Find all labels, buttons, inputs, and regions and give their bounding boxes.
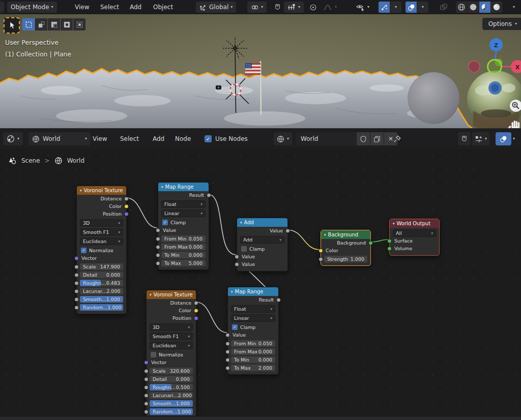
gizmo-neg-x[interactable]	[469, 61, 480, 72]
options-button[interactable]: Options ▾	[482, 18, 521, 30]
socket-position[interactable]	[194, 316, 198, 320]
socket-lacunarity[interactable]	[74, 289, 79, 293]
feature-dropdown[interactable]: Smooth F1▾	[80, 228, 123, 236]
menu-object[interactable]: Object	[149, 0, 178, 14]
world-name-field[interactable]: World	[296, 132, 356, 145]
active-tool-tweak[interactable]	[4, 17, 20, 34]
from-min-slider[interactable]: From Min0.050	[231, 340, 275, 347]
shader-type-selector[interactable]: World ▾	[28, 132, 91, 145]
socket-value[interactable]	[225, 333, 230, 337]
socket-roughness[interactable]	[74, 281, 79, 285]
roughness-slider[interactable]: Roughn...0.483	[80, 280, 123, 286]
object-visibility-selector[interactable]: ▾	[355, 2, 370, 13]
lacunarity-slider[interactable]: Lacunar...2.000	[80, 288, 123, 294]
shading-material-preview-button[interactable]	[479, 2, 490, 13]
scale-slider[interactable]: Scale320.600	[150, 368, 193, 374]
socket-value-output[interactable]	[285, 228, 290, 233]
shading-wireframe-button[interactable]	[456, 2, 467, 13]
node-header[interactable]: ▾ Voronoi Texture	[147, 290, 196, 299]
to-max-slider[interactable]: To Max5.000	[161, 260, 206, 266]
socket-color[interactable]	[194, 308, 198, 313]
node-background[interactable]: ▾ Background Background Color Strength1.…	[321, 230, 371, 266]
socket-value-1[interactable]	[235, 254, 239, 259]
select-box-new-button[interactable]	[22, 18, 35, 31]
socket-color[interactable]	[319, 248, 323, 253]
socket-to-min[interactable]	[225, 357, 230, 362]
viewport-3d[interactable]: Z X	[0, 14, 521, 128]
interpolation-dropdown[interactable]: Linear▾	[231, 314, 275, 322]
shader-node-editor[interactable]: Scene > World ▾ Voronoi Texture	[0, 148, 521, 416]
node-math-add[interactable]: ▾ Add Value Add▾ Clamp Value Value	[237, 218, 288, 272]
select-box-intersect-button[interactable]	[73, 18, 85, 31]
mode-selector[interactable]: Object Mode ▾	[7, 2, 57, 13]
socket-result[interactable]	[276, 297, 281, 302]
node-menu-select[interactable]: Select	[120, 129, 139, 149]
scale-slider[interactable]: Scale147.900	[80, 263, 123, 270]
node-map-range-1[interactable]: ▾ Map Range Result Float▾ Linear▾ ✓Clamp…	[158, 182, 209, 270]
from-max-slider[interactable]: From Max0.000	[231, 348, 275, 355]
clamp-checkbox[interactable]: ✓Clamp	[232, 324, 274, 331]
node-header[interactable]: ▾ Map Range	[158, 183, 209, 191]
target-dropdown[interactable]: All▾	[393, 229, 436, 237]
operation-dropdown[interactable]: Add▾	[240, 236, 284, 244]
collapse-icon[interactable]: ▾	[80, 189, 82, 193]
fake-user-button[interactable]	[357, 132, 370, 145]
socket-background[interactable]	[368, 241, 373, 245]
pivot-point-selector[interactable]: ▾	[247, 2, 267, 13]
snap-target-selector[interactable]: ▾	[284, 2, 304, 13]
socket-randomness[interactable]	[144, 409, 149, 414]
xray-toggle[interactable]	[439, 2, 449, 13]
normalize-checkbox[interactable]: Normalize	[151, 351, 192, 358]
metric-dropdown[interactable]: Euclidean▾	[150, 342, 193, 349]
interpolation-dropdown[interactable]: Linear▾	[161, 209, 206, 217]
transform-orientation-selector[interactable]: Global ▾	[196, 2, 236, 13]
collapse-icon[interactable]: ▾	[150, 293, 152, 297]
smoothness-slider[interactable]: Smooth...1.000	[150, 400, 193, 407]
falloff-selector[interactable]: ▾	[322, 2, 338, 13]
node-snap-toggle[interactable]	[458, 132, 471, 145]
overlays-dropdown[interactable]: ▾	[417, 2, 428, 13]
clamp-checkbox[interactable]: ✓Clamp	[162, 219, 205, 226]
to-max-slider[interactable]: To Max2.000	[231, 365, 275, 371]
socket-randomness[interactable]	[74, 305, 79, 310]
shading-dropdown[interactable]: ▾	[511, 0, 517, 14]
node-overlays-dropdown[interactable]: ▾	[513, 129, 515, 149]
socket-surface[interactable]	[387, 238, 392, 243]
data-type-dropdown[interactable]: Float▾	[161, 200, 206, 208]
node-snap-target-selector[interactable]: ▾	[472, 132, 489, 145]
collapse-icon[interactable]: ▾	[240, 221, 242, 225]
detail-slider[interactable]: Detail0.000	[80, 272, 123, 278]
dimensions-dropdown[interactable]: 3D▾	[150, 323, 193, 331]
dimensions-dropdown[interactable]: 3D▾	[80, 219, 123, 227]
new-copy-button[interactable]	[370, 132, 384, 145]
gizmo-dropdown[interactable]: ▾	[390, 2, 401, 13]
from-min-slider[interactable]: From Min0.050	[161, 235, 206, 242]
pin-button[interactable]	[393, 129, 401, 149]
use-nodes-checkbox[interactable]: ✓ Use Nodes	[205, 129, 248, 149]
sphere-object[interactable]	[408, 72, 459, 124]
node-header[interactable]: ▾ Voronoi Texture	[77, 186, 126, 195]
node-menu-node[interactable]: Node	[175, 129, 191, 149]
lacunarity-slider[interactable]: Lacunari...2.000	[150, 392, 193, 399]
socket-vector[interactable]	[144, 360, 149, 365]
node-map-range-2[interactable]: ▾ Map Range Result Float▾ Linear▾ ✓Clamp…	[227, 287, 279, 375]
node-menu-add[interactable]: Add	[153, 129, 164, 149]
clamp-checkbox[interactable]: Clamp	[241, 246, 283, 252]
normalize-checkbox[interactable]: ✓Normalize	[81, 247, 122, 254]
collapse-icon[interactable]: ▾	[324, 233, 326, 237]
socket-vector[interactable]	[74, 256, 79, 260]
proportional-edit-toggle[interactable]	[308, 2, 318, 13]
node-header[interactable]: ▾ World Output	[390, 219, 439, 228]
randomness-slider[interactable]: Random...1.000	[150, 408, 193, 415]
socket-scale[interactable]	[144, 369, 149, 373]
roughness-slider[interactable]: Roughn...0.500	[150, 384, 193, 391]
terrain-mesh[interactable]	[0, 69, 472, 128]
feature-dropdown[interactable]: Smooth F1▾	[150, 333, 193, 340]
socket-value-2[interactable]	[235, 262, 239, 266]
socket-roughness[interactable]	[144, 385, 149, 389]
editor-divider[interactable]	[0, 416, 521, 420]
socket-volume[interactable]	[387, 246, 392, 251]
select-box-extend-button[interactable]	[35, 18, 47, 31]
select-box-invert-button[interactable]	[61, 18, 73, 31]
socket-detail[interactable]	[144, 377, 149, 381]
